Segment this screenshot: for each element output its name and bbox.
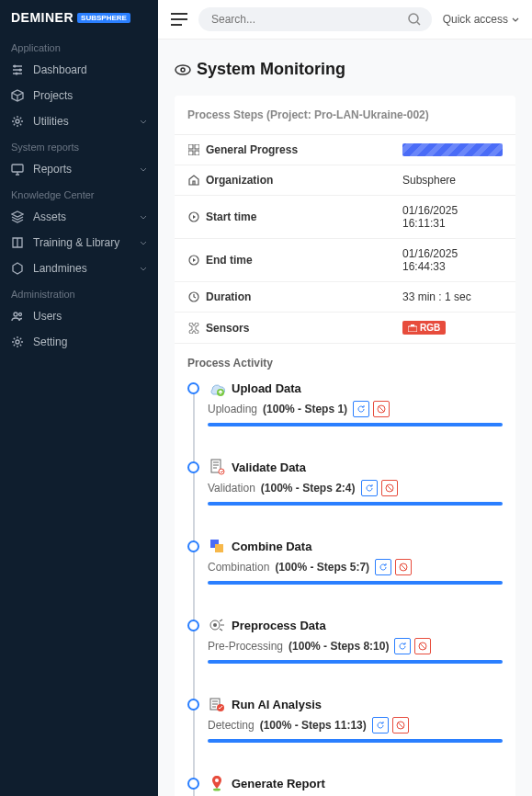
refresh-button[interactable]	[375, 559, 391, 575]
sidebar-item-users[interactable]: Users	[0, 303, 158, 329]
nav-item-label: Assets	[33, 210, 66, 223]
sidebar-item-training-library[interactable]: Training & Library	[0, 230, 158, 256]
sidebar-item-projects[interactable]: Projects	[0, 83, 158, 108]
step-title: Validate Data	[232, 461, 306, 474]
topbar: Quick access	[158, 0, 532, 40]
sensor-badge-rgb: RGB	[402, 321, 446, 335]
nav-item-label: Landmines	[33, 262, 87, 275]
chevron-down-icon	[140, 267, 147, 271]
step-icon	[208, 774, 226, 792]
command-icon	[187, 322, 200, 335]
step-marker	[187, 540, 199, 552]
sidebar-item-assets[interactable]: Assets	[0, 204, 158, 230]
users-icon	[11, 310, 24, 323]
svg-point-3	[16, 119, 19, 123]
step-marker	[187, 699, 199, 711]
brand: DEMINER SUBSPHERE	[0, 0, 158, 35]
cancel-button[interactable]	[395, 559, 412, 575]
svg-point-8	[409, 14, 418, 23]
refresh-button[interactable]	[372, 717, 389, 733]
refresh-button[interactable]	[361, 480, 378, 496]
step-action: Pre-Processing	[208, 640, 283, 653]
svg-point-7	[16, 340, 19, 344]
sidebar-item-reports[interactable]: Reports	[0, 156, 158, 182]
step-title: Combine Data	[232, 540, 311, 553]
svg-point-0	[14, 65, 17, 68]
page-title: System Monitoring	[197, 60, 345, 79]
info-row: Start time01/16/2025 16:11:31	[175, 196, 515, 239]
svg-point-34	[215, 779, 219, 782]
cancel-button[interactable]	[381, 480, 398, 496]
layers-icon	[11, 210, 24, 223]
step-detail: (100% - Steps 5:7)	[275, 561, 369, 574]
svg-point-5	[14, 313, 17, 316]
svg-point-1	[19, 69, 22, 72]
grid-icon	[187, 143, 200, 156]
info-label: End time	[206, 254, 253, 267]
step-action: Combination	[208, 561, 269, 574]
nav-section-title: Application	[0, 35, 158, 57]
step-action: Uploading	[208, 403, 257, 415]
brand-name: DEMINER	[11, 10, 74, 25]
chevron-down-icon	[140, 119, 147, 124]
svg-point-29	[213, 623, 217, 627]
book-icon	[11, 236, 24, 249]
nav-item-label: Training & Library	[33, 236, 119, 249]
nav-item-label: Setting	[33, 335, 67, 348]
sidebar-item-setting[interactable]: Setting	[0, 329, 158, 355]
svg-rect-13	[188, 151, 193, 155]
refresh-button[interactable]	[394, 638, 411, 654]
nav-section-title: Administration	[0, 281, 158, 303]
svg-point-2	[16, 73, 18, 75]
process-header: Process Steps (Project: Pro-LAN-Ukraine-…	[175, 108, 515, 135]
info-value: 01/16/2025 16:44:33	[402, 247, 503, 273]
step-progress-bar	[208, 581, 503, 585]
chevron-down-icon	[140, 241, 147, 245]
svg-point-9	[175, 65, 190, 74]
clock-icon	[187, 290, 200, 303]
sidebar-item-landmines[interactable]: Landmines	[0, 256, 158, 281]
step-marker	[187, 778, 199, 790]
page-title-row: System Monitoring	[175, 60, 515, 79]
eye-icon	[175, 62, 191, 78]
quick-access-dropdown[interactable]: Quick access	[443, 13, 519, 26]
search-icon	[408, 13, 421, 26]
play-icon	[187, 254, 200, 267]
nav-section-title: System reports	[0, 134, 158, 156]
info-row: Duration33 min : 1 sec	[175, 282, 515, 313]
cancel-button[interactable]	[414, 638, 431, 654]
sidebar-item-utilities[interactable]: Utilities	[0, 108, 158, 134]
sensors-row: Sensors RGB	[175, 313, 515, 344]
info-row: OrganizationSubsphere	[175, 165, 515, 196]
chevron-down-icon	[512, 17, 519, 22]
refresh-button[interactable]	[353, 401, 369, 417]
svg-rect-14	[195, 151, 199, 155]
search-wrap	[198, 7, 432, 31]
step-icon	[208, 695, 226, 713]
step-icon	[208, 379, 226, 397]
timeline-step: Preprocess DataPre-Processing (100% - St…	[208, 616, 503, 664]
process-card: Process Steps (Project: Pro-LAN-Ukraine-…	[175, 96, 515, 796]
sidebar-item-dashboard[interactable]: Dashboard	[0, 57, 158, 83]
step-detail: (100% - Steps 8:10)	[289, 640, 389, 653]
cancel-button[interactable]	[373, 401, 390, 417]
step-progress-bar	[208, 502, 503, 506]
step-icon	[208, 537, 226, 555]
activity-title: Process Activity	[187, 357, 503, 370]
general-progress-label: General Progress	[206, 143, 298, 156]
chevron-down-icon	[140, 167, 147, 172]
monitor-icon	[11, 163, 24, 176]
timeline: Upload DataUploading (100% - Steps 1)Val…	[187, 379, 503, 796]
step-icon	[208, 616, 226, 634]
info-label: Organization	[206, 174, 273, 187]
step-icon	[208, 458, 226, 476]
hexagon-icon	[11, 262, 24, 275]
main: Quick access System Monitoring Process S…	[158, 0, 532, 796]
step-title: Generate Report	[232, 777, 325, 790]
menu-toggle-button[interactable]	[171, 13, 187, 26]
step-action: Detecting	[208, 719, 255, 732]
cancel-button[interactable]	[392, 717, 409, 733]
general-info-table: General Progress OrganizationSubsphereSt…	[175, 135, 515, 344]
search-input[interactable]	[198, 7, 432, 31]
nav-item-label: Users	[33, 310, 62, 323]
